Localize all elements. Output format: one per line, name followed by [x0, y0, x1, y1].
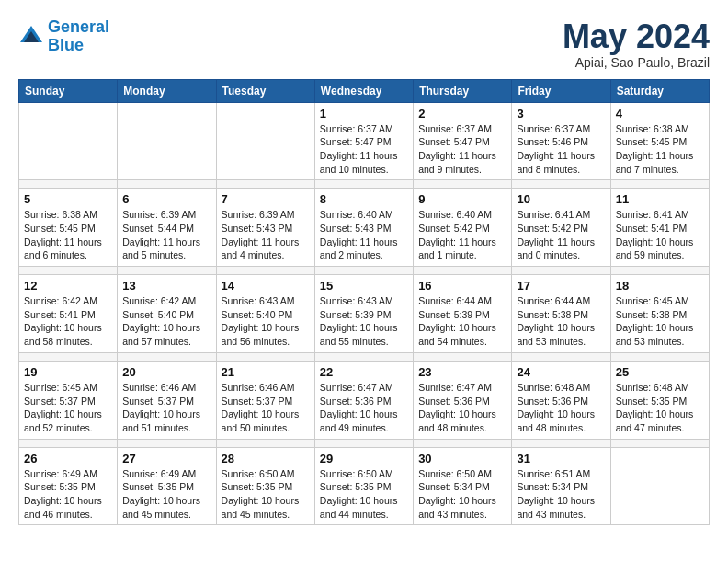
day-cell: [610, 447, 709, 525]
day-info: Sunrise: 6:39 AM Sunset: 5:44 PM Dayligh…: [122, 208, 210, 262]
day-cell: 28Sunrise: 6:50 AM Sunset: 5:35 PM Dayli…: [216, 447, 314, 525]
page-header: General Blue May 2024 Apiai, Sao Paulo, …: [18, 18, 710, 70]
day-cell: 23Sunrise: 6:47 AM Sunset: 5:36 PM Dayli…: [414, 361, 512, 439]
logo: General Blue: [18, 18, 109, 55]
day-info: Sunrise: 6:40 AM Sunset: 5:43 PM Dayligh…: [320, 208, 408, 262]
day-cell: 3Sunrise: 6:37 AM Sunset: 5:46 PM Daylig…: [512, 102, 610, 180]
day-cell: [216, 102, 314, 180]
day-cell: 21Sunrise: 6:46 AM Sunset: 5:37 PM Dayli…: [216, 361, 314, 439]
day-number: 31: [517, 452, 605, 465]
day-info: Sunrise: 6:40 AM Sunset: 5:42 PM Dayligh…: [418, 208, 506, 262]
day-cell: 29Sunrise: 6:50 AM Sunset: 5:35 PM Dayli…: [314, 447, 413, 525]
day-cell: 13Sunrise: 6:42 AM Sunset: 5:40 PM Dayli…: [118, 275, 216, 353]
day-number: 3: [517, 107, 605, 121]
day-info: Sunrise: 6:37 AM Sunset: 5:46 PM Dayligh…: [517, 122, 605, 177]
day-cell: 24Sunrise: 6:48 AM Sunset: 5:36 PM Dayli…: [512, 361, 610, 439]
day-number: 9: [418, 192, 506, 206]
day-cell: 14Sunrise: 6:43 AM Sunset: 5:40 PM Dayli…: [216, 275, 314, 353]
location: Apiai, Sao Paulo, Brazil: [563, 55, 710, 70]
weekday-header-friday: Friday: [512, 79, 610, 102]
logo-icon: [18, 24, 44, 50]
day-info: Sunrise: 6:49 AM Sunset: 5:35 PM Dayligh…: [24, 467, 112, 522]
day-cell: 2Sunrise: 6:37 AM Sunset: 5:47 PM Daylig…: [414, 102, 512, 180]
weekday-header-thursday: Thursday: [414, 79, 512, 102]
day-info: Sunrise: 6:39 AM Sunset: 5:43 PM Dayligh…: [222, 208, 310, 262]
weekday-header-saturday: Saturday: [610, 79, 709, 102]
day-info: Sunrise: 6:44 AM Sunset: 5:38 PM Dayligh…: [517, 294, 605, 349]
day-number: 4: [616, 107, 704, 121]
day-number: 14: [222, 279, 310, 293]
day-info: Sunrise: 6:49 AM Sunset: 5:35 PM Dayligh…: [122, 467, 210, 522]
day-number: 25: [616, 365, 704, 379]
day-number: 26: [24, 452, 112, 465]
week-row-1: 1Sunrise: 6:37 AM Sunset: 5:47 PM Daylig…: [19, 102, 710, 180]
day-cell: 19Sunrise: 6:45 AM Sunset: 5:37 PM Dayli…: [19, 361, 118, 439]
weekday-header-row: SundayMondayTuesdayWednesdayThursdayFrid…: [19, 79, 710, 102]
calendar-table: SundayMondayTuesdayWednesdayThursdayFrid…: [18, 79, 710, 526]
day-cell: 17Sunrise: 6:44 AM Sunset: 5:38 PM Dayli…: [512, 275, 610, 353]
weekday-header-monday: Monday: [118, 79, 216, 102]
day-cell: 31Sunrise: 6:51 AM Sunset: 5:34 PM Dayli…: [512, 447, 610, 525]
day-number: 7: [222, 192, 310, 206]
day-number: 11: [616, 192, 704, 206]
day-number: 15: [320, 279, 408, 293]
day-cell: 18Sunrise: 6:45 AM Sunset: 5:38 PM Dayli…: [610, 275, 709, 353]
day-info: Sunrise: 6:48 AM Sunset: 5:35 PM Dayligh…: [616, 381, 704, 435]
week-separator: [19, 180, 710, 189]
day-number: 29: [320, 452, 408, 465]
day-number: 30: [418, 452, 506, 465]
day-info: Sunrise: 6:41 AM Sunset: 5:42 PM Dayligh…: [517, 208, 605, 262]
day-number: 17: [517, 279, 605, 293]
weekday-header-tuesday: Tuesday: [216, 79, 314, 102]
day-number: 16: [418, 279, 506, 293]
day-number: 21: [222, 365, 310, 379]
week-separator: [19, 352, 710, 361]
day-cell: 4Sunrise: 6:38 AM Sunset: 5:45 PM Daylig…: [610, 102, 709, 180]
day-cell: 1Sunrise: 6:37 AM Sunset: 5:47 PM Daylig…: [314, 102, 413, 180]
title-block: May 2024 Apiai, Sao Paulo, Brazil: [563, 18, 710, 70]
day-cell: 27Sunrise: 6:49 AM Sunset: 5:35 PM Dayli…: [118, 447, 216, 525]
day-number: 19: [24, 365, 112, 379]
day-info: Sunrise: 6:48 AM Sunset: 5:36 PM Dayligh…: [517, 381, 605, 435]
logo-line2: Blue: [48, 36, 84, 54]
weekday-header-wednesday: Wednesday: [314, 79, 413, 102]
weekday-header-sunday: Sunday: [19, 79, 118, 102]
day-cell: 25Sunrise: 6:48 AM Sunset: 5:35 PM Dayli…: [610, 361, 709, 439]
day-number: 22: [320, 365, 408, 379]
day-number: 20: [122, 365, 210, 379]
day-number: 27: [122, 452, 210, 465]
day-info: Sunrise: 6:42 AM Sunset: 5:40 PM Dayligh…: [122, 294, 210, 349]
day-info: Sunrise: 6:47 AM Sunset: 5:36 PM Dayligh…: [418, 381, 506, 435]
day-info: Sunrise: 6:51 AM Sunset: 5:34 PM Dayligh…: [517, 467, 605, 522]
day-info: Sunrise: 6:38 AM Sunset: 5:45 PM Dayligh…: [616, 122, 704, 177]
day-info: Sunrise: 6:44 AM Sunset: 5:39 PM Dayligh…: [418, 294, 506, 349]
day-cell: 8Sunrise: 6:40 AM Sunset: 5:43 PM Daylig…: [314, 189, 413, 267]
week-row-2: 5Sunrise: 6:38 AM Sunset: 5:45 PM Daylig…: [19, 189, 710, 267]
week-row-5: 26Sunrise: 6:49 AM Sunset: 5:35 PM Dayli…: [19, 447, 710, 525]
day-info: Sunrise: 6:37 AM Sunset: 5:47 PM Dayligh…: [320, 122, 408, 177]
day-info: Sunrise: 6:50 AM Sunset: 5:34 PM Dayligh…: [418, 467, 506, 522]
day-cell: [19, 102, 118, 180]
day-info: Sunrise: 6:50 AM Sunset: 5:35 PM Dayligh…: [222, 467, 310, 522]
day-cell: 20Sunrise: 6:46 AM Sunset: 5:37 PM Dayli…: [118, 361, 216, 439]
day-cell: 30Sunrise: 6:50 AM Sunset: 5:34 PM Dayli…: [414, 447, 512, 525]
day-cell: 11Sunrise: 6:41 AM Sunset: 5:41 PM Dayli…: [610, 189, 709, 267]
week-row-3: 12Sunrise: 6:42 AM Sunset: 5:41 PM Dayli…: [19, 275, 710, 353]
day-info: Sunrise: 6:43 AM Sunset: 5:39 PM Dayligh…: [320, 294, 408, 349]
day-cell: 12Sunrise: 6:42 AM Sunset: 5:41 PM Dayli…: [19, 275, 118, 353]
day-number: 24: [517, 365, 605, 379]
day-number: 13: [122, 279, 210, 293]
week-separator: [19, 439, 710, 447]
day-cell: 6Sunrise: 6:39 AM Sunset: 5:44 PM Daylig…: [118, 189, 216, 267]
day-info: Sunrise: 6:37 AM Sunset: 5:47 PM Dayligh…: [418, 122, 506, 177]
day-info: Sunrise: 6:45 AM Sunset: 5:37 PM Dayligh…: [24, 381, 112, 435]
day-info: Sunrise: 6:50 AM Sunset: 5:35 PM Dayligh…: [320, 467, 408, 522]
day-info: Sunrise: 6:42 AM Sunset: 5:41 PM Dayligh…: [24, 294, 112, 349]
day-info: Sunrise: 6:45 AM Sunset: 5:38 PM Dayligh…: [616, 294, 704, 349]
day-info: Sunrise: 6:47 AM Sunset: 5:36 PM Dayligh…: [320, 381, 408, 435]
day-number: 1: [320, 107, 408, 121]
week-separator: [19, 267, 710, 275]
day-cell: 9Sunrise: 6:40 AM Sunset: 5:42 PM Daylig…: [414, 189, 512, 267]
day-number: 12: [24, 279, 112, 293]
day-number: 10: [517, 192, 605, 206]
